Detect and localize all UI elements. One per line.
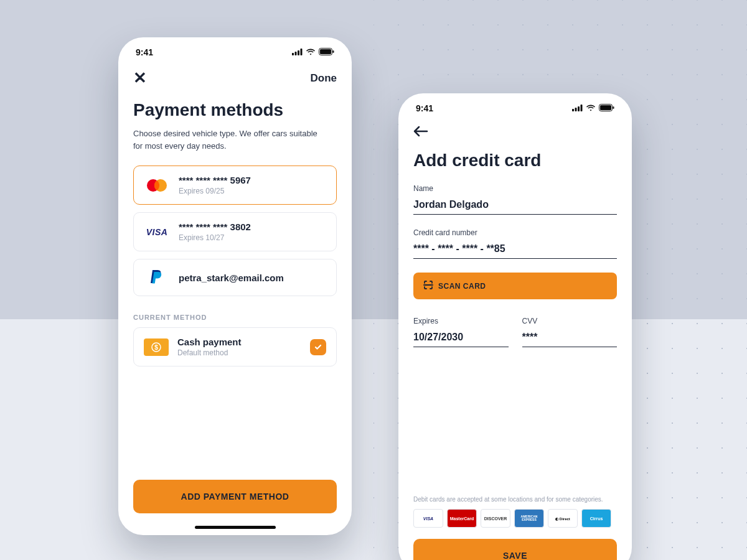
cash-text: Cash payment Default method	[177, 337, 301, 357]
check-icon	[310, 339, 326, 355]
name-label: Name	[413, 184, 617, 193]
back-arrow-icon[interactable]	[398, 118, 632, 141]
svg-text:$: $	[154, 343, 158, 350]
phone-add-credit-card: 9:41 Add credit card Name Credit card nu…	[398, 93, 632, 560]
nav-bar: ✕ Done	[118, 62, 352, 90]
current-method-label: CURRENT METHOD	[133, 314, 337, 321]
close-icon[interactable]: ✕	[133, 68, 147, 88]
cash-subtitle: Default method	[177, 348, 301, 357]
paypal-email: petra_stark@email.com	[179, 273, 326, 283]
content: Add credit card Name Credit card number …	[398, 141, 632, 560]
status-time: 9:41	[136, 47, 153, 57]
done-button[interactable]: Done	[311, 72, 337, 85]
card-mastercard[interactable]: **** **** **** 5967 Expires 09/25	[133, 166, 337, 205]
svg-rect-13	[578, 106, 580, 111]
cvv-input[interactable]	[522, 329, 618, 347]
card-text: **** **** **** 3802 Expires 10/27	[179, 222, 326, 242]
home-indicator	[195, 526, 276, 529]
svg-rect-16	[600, 105, 611, 110]
svg-rect-14	[581, 105, 583, 111]
signal-icon	[572, 103, 583, 113]
svg-rect-1	[295, 52, 297, 55]
brand-discover: DISCOVER	[481, 509, 510, 528]
card-number: **** **** **** 5967	[179, 175, 326, 185]
wifi-icon	[306, 47, 316, 57]
accepted-note: Debit cards are accepted at some locatio…	[413, 496, 617, 503]
status-bar: 9:41	[118, 37, 352, 62]
accepted-brands: VISA MasterCard DISCOVER AMERICANEXPRESS…	[413, 509, 617, 528]
card-number-input[interactable]	[413, 241, 617, 259]
svg-rect-12	[575, 108, 577, 111]
card-text: petra_stark@email.com	[179, 273, 326, 283]
brand-visa: VISA	[413, 509, 443, 528]
brand-amex: AMERICANEXPRESS	[514, 509, 544, 528]
card-cash[interactable]: $ Cash payment Default method	[133, 327, 337, 366]
scan-card-button[interactable]: SCAN CARD	[413, 273, 617, 299]
expires-input[interactable]	[413, 329, 509, 347]
svg-rect-3	[301, 49, 303, 55]
scan-card-label: SCAN CARD	[438, 282, 486, 291]
cvv-field: CVV	[522, 317, 618, 347]
status-icons	[292, 47, 334, 57]
status-icons	[572, 103, 614, 113]
mastercard-icon	[144, 176, 170, 195]
brand-direct-debit: ◐ Direct	[548, 509, 578, 528]
card-text: **** **** **** 5967 Expires 09/25	[179, 175, 326, 195]
card-number-label: Credit card number	[413, 228, 617, 237]
battery-icon	[319, 47, 334, 57]
svg-rect-5	[320, 49, 331, 54]
status-time: 9:41	[416, 103, 433, 113]
svg-rect-2	[298, 50, 299, 55]
page-title: Add credit card	[413, 151, 617, 170]
content: Payment methods Choose desired vehicle t…	[118, 90, 352, 535]
expires-field: Expires	[413, 317, 509, 347]
brand-cirrus: Cirrus	[581, 509, 611, 528]
paypal-icon	[144, 268, 170, 287]
status-bar: 9:41	[398, 93, 632, 118]
expires-label: Expires	[413, 317, 509, 325]
cvv-label: CVV	[522, 317, 618, 325]
add-payment-method-button[interactable]: ADD PAYMENT METHOD	[133, 480, 337, 513]
scan-icon	[423, 280, 433, 292]
card-visa[interactable]: VISA **** **** **** 3802 Expires 10/27	[133, 212, 337, 251]
card-paypal[interactable]: petra_stark@email.com	[133, 259, 337, 296]
svg-rect-17	[613, 106, 614, 109]
wifi-icon	[586, 103, 596, 113]
card-number: **** **** **** 3802	[179, 222, 326, 232]
page-title: Payment methods	[133, 100, 337, 120]
svg-rect-11	[572, 109, 574, 111]
card-number-field: Credit card number	[413, 228, 617, 259]
card-expiry: Expires 09/25	[179, 187, 326, 195]
card-expiry: Expires 10/27	[179, 233, 326, 242]
battery-icon	[599, 103, 614, 113]
cash-icon: $	[144, 338, 169, 356]
save-button[interactable]: SAVE	[413, 539, 617, 560]
name-field: Name	[413, 184, 617, 215]
brand-mastercard: MasterCard	[447, 509, 477, 528]
cash-title: Cash payment	[177, 337, 301, 347]
svg-rect-6	[333, 50, 334, 53]
name-input[interactable]	[413, 197, 617, 215]
svg-rect-0	[292, 53, 294, 55]
signal-icon	[292, 47, 303, 57]
visa-icon: VISA	[144, 223, 170, 241]
phone-payment-methods: 9:41 ✕ Done Payment methods Choose desir…	[118, 37, 352, 535]
page-subtitle: Choose desired vehicle type. We offer ca…	[133, 128, 326, 152]
